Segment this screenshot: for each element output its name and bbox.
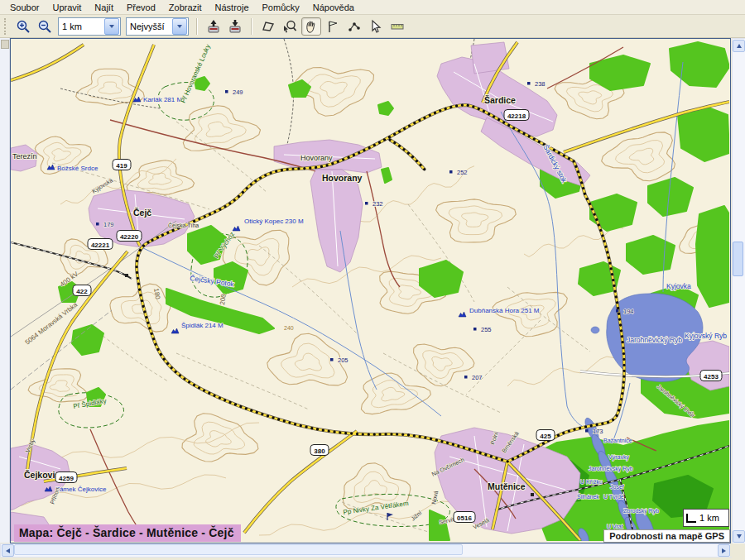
- toolbar-separator: [251, 18, 252, 35]
- map-label: Otický Kopec 230 M: [244, 218, 304, 225]
- map-select-tool-button[interactable]: [258, 17, 278, 36]
- map-label: Zbrodský Ryb: [623, 508, 659, 515]
- map-label: 173: [593, 428, 603, 435]
- detail-level-dropdown-button[interactable]: [172, 18, 187, 35]
- route-points-icon: [347, 19, 362, 34]
- map-label: 238: [535, 80, 546, 88]
- map-scale-select[interactable]: 1 km: [58, 17, 121, 36]
- map-label: 232: [372, 200, 383, 208]
- map-label: 255: [481, 326, 492, 333]
- device-upload-icon: [206, 19, 221, 34]
- svg-text:380: 380: [314, 448, 325, 455]
- toolbar-handle[interactable]: [4, 18, 10, 35]
- map-label: Zámek Čejkovice: [55, 486, 107, 493]
- map-label: Božské Srdce: [57, 165, 99, 172]
- left-scroll-strip[interactable]: [0, 38, 10, 543]
- flag-icon: [325, 19, 340, 34]
- map-scale-dropdown-button[interactable]: [104, 18, 119, 35]
- zoom-tool-button[interactable]: [280, 17, 300, 36]
- svg-text:4253: 4253: [704, 373, 719, 381]
- map-label: Bažantnice: [603, 438, 632, 443]
- map-label: U Vrat: [607, 524, 623, 529]
- map-region-icon: [261, 19, 276, 34]
- menu-najit[interactable]: Najít: [88, 2, 120, 13]
- map-label: 200: [219, 293, 228, 305]
- map-label: 207: [472, 374, 483, 381]
- svg-text:42221: 42221: [91, 242, 110, 249]
- map-label: Výravky: [608, 454, 629, 461]
- svg-text:42218: 42218: [507, 112, 526, 120]
- app-window: Soubor Upravit Najít Převod Zobrazit Nás…: [0, 0, 745, 560]
- map-label: Kyjovka: [666, 282, 691, 290]
- svg-text:0516: 0516: [457, 515, 472, 522]
- arrow-right-icon: [722, 548, 726, 553]
- svg-text:422: 422: [76, 288, 88, 295]
- ruler-icon: [390, 19, 405, 34]
- gps-details-badge: Podrobnosti na mapě GPS: [603, 529, 730, 543]
- map-viewport[interactable]: ŠardiceHovoranyHovoranyČejčMutěniceČejko…: [10, 38, 731, 543]
- map-label: Hovorany: [322, 173, 363, 183]
- route-tool-button[interactable]: [344, 17, 364, 36]
- map-label: Jarohněvický Ryb: [627, 336, 682, 344]
- menu-pomucky[interactable]: Pomůcky: [256, 2, 306, 13]
- menu-zobrazit[interactable]: Zobrazit: [162, 2, 209, 13]
- send-to-gps-button[interactable]: [204, 17, 223, 36]
- receive-from-gps-button[interactable]: [225, 17, 245, 36]
- toolbar: 1 km Nejvyšší: [0, 15, 745, 38]
- chevron-down-icon: [109, 25, 114, 28]
- map-label: Šardice: [484, 95, 516, 105]
- menu-soubor[interactable]: Soubor: [3, 2, 46, 13]
- magnifier-plus-icon: [16, 19, 31, 34]
- zoom-out-button[interactable]: [35, 17, 55, 36]
- menu-bar: Soubor Upravit Najít Převod Zobrazit Nás…: [0, 0, 745, 15]
- svg-text:419: 419: [116, 162, 127, 170]
- map-label: Dubňanská Hora 251 M: [469, 307, 540, 314]
- hand-tool-button[interactable]: [301, 17, 321, 36]
- map-label: Špidlák 214 M: [181, 322, 223, 329]
- scale-label: 1 km: [699, 513, 719, 523]
- arrow-left-icon: [6, 548, 10, 553]
- detail-level-select[interactable]: Nejvyšší: [126, 17, 189, 36]
- topo-map[interactable]: ŠardiceHovoranyHovoranyČejčMutěniceČejko…: [11, 39, 729, 541]
- map-label: 252: [457, 169, 468, 176]
- scroll-down-button[interactable]: [733, 530, 745, 543]
- horizontal-scrollbar-thumb[interactable]: [14, 544, 463, 555]
- magnifier-minus-icon: [37, 19, 52, 34]
- device-download-icon: [228, 19, 243, 34]
- scale-indicator: 1 km: [683, 509, 729, 527]
- menu-nastroje[interactable]: Nástroje: [209, 2, 256, 13]
- chevron-down-icon: [177, 25, 182, 28]
- map-label: U Tvrdé: [603, 494, 624, 500]
- zoom-in-button[interactable]: [13, 17, 33, 36]
- left-strip-thumb[interactable]: [1, 40, 9, 49]
- cursor-arrow-icon: [368, 19, 383, 34]
- vertical-scrollbar-thumb[interactable]: [733, 242, 743, 276]
- vertical-scrollbar[interactable]: [732, 38, 745, 544]
- map-label: 240: [284, 325, 294, 331]
- map-label: Čejská Tíha: [168, 222, 199, 229]
- hand-icon: [304, 19, 319, 34]
- map-name-banner: Mapa: Čejč - Šardice - Mutěnice - Čejč: [14, 524, 241, 542]
- svg-text:425: 425: [540, 433, 551, 440]
- map-label: 205: [338, 357, 348, 364]
- arrow-up-icon: [737, 44, 742, 48]
- menu-prevod[interactable]: Převod: [120, 2, 162, 13]
- selection-tool-button[interactable]: [366, 17, 386, 36]
- menu-upravit[interactable]: Upravit: [46, 2, 88, 13]
- map-label: Jarohněvský Ryb: [589, 466, 633, 472]
- map-label: Kyjovský Ryb: [685, 332, 727, 340]
- measure-tool-button[interactable]: [387, 17, 407, 36]
- map-label: U Křížku: [580, 479, 603, 485]
- detail-level-value: Nejvyšší: [127, 22, 171, 31]
- scroll-left-button[interactable]: [2, 544, 14, 557]
- scale-tick-icon: [686, 514, 696, 523]
- map-scale-value: 1 km: [59, 22, 103, 31]
- scroll-up-button[interactable]: [733, 40, 745, 52]
- scroll-right-button[interactable]: [718, 544, 730, 557]
- magnifier-arrow-icon: [282, 19, 297, 34]
- map-label: 194: [623, 308, 634, 315]
- map-label: 179: [103, 221, 114, 228]
- toolbar-separator: [196, 18, 198, 35]
- menu-napoveda[interactable]: Nápověda: [306, 2, 361, 13]
- waypoint-tool-button[interactable]: [323, 17, 343, 36]
